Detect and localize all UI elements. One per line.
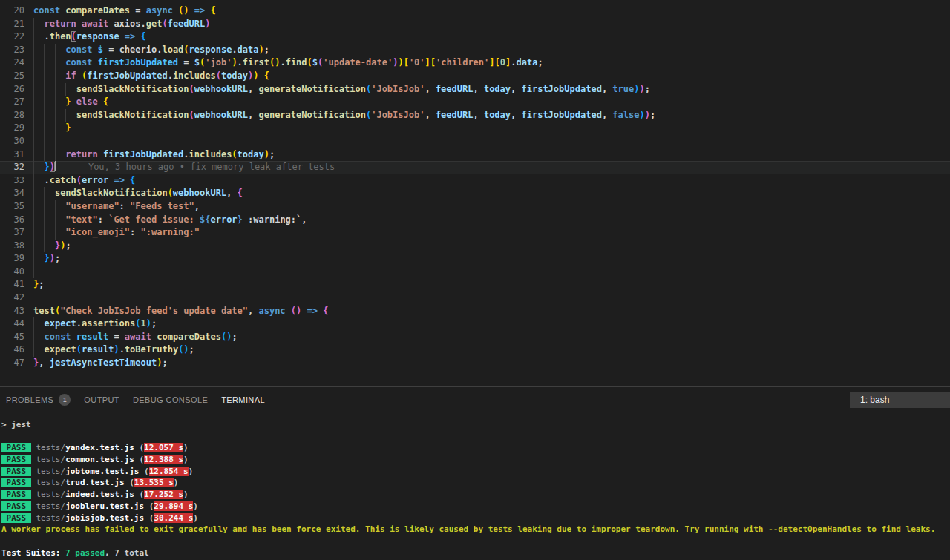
code-line[interactable]: 42 bbox=[0, 291, 950, 305]
code-line[interactable]: 43test("Check JobIsJob feed's update dat… bbox=[0, 305, 950, 318]
code-token: , bbox=[226, 188, 237, 198]
code-token: return bbox=[44, 19, 76, 29]
code-line[interactable]: 31 return firstJobUpdated.includes(today… bbox=[0, 148, 950, 162]
line-number[interactable]: 43 bbox=[0, 305, 24, 318]
code-line[interactable]: 41}; bbox=[0, 278, 950, 291]
code-token: $ bbox=[98, 45, 103, 55]
code-line[interactable]: 32 })You, 3 hours ago • fix memory leak … bbox=[0, 161, 950, 174]
code-line[interactable]: 26 sendSlackNotification(webhookURL, gen… bbox=[0, 83, 950, 96]
line-number[interactable]: 44 bbox=[0, 317, 24, 331]
line-number[interactable]: 39 bbox=[0, 252, 24, 266]
line-number[interactable]: 36 bbox=[0, 214, 24, 227]
code-line[interactable]: 36 "text": `Get feed issue: ${error} :wa… bbox=[0, 214, 950, 227]
code-token: :warning:` bbox=[243, 214, 301, 225]
code-token: { bbox=[210, 5, 215, 16]
line-number[interactable]: 34 bbox=[0, 187, 24, 200]
line-number[interactable]: 29 bbox=[0, 122, 24, 135]
line-number[interactable]: 40 bbox=[0, 266, 24, 279]
code-token bbox=[259, 70, 264, 81]
code-line[interactable]: 38 }); bbox=[0, 240, 950, 253]
tab-terminal[interactable]: TERMINAL bbox=[221, 387, 265, 412]
line-number[interactable]: 28 bbox=[0, 109, 24, 122]
code-token bbox=[33, 70, 65, 81]
code-line[interactable]: 37 "icon_emoji": ":warning:" bbox=[0, 226, 950, 240]
code-token: get bbox=[146, 19, 163, 29]
indent-guide bbox=[33, 331, 34, 344]
indent-guide bbox=[33, 240, 34, 253]
code-line[interactable]: 20const compareDates = async () => { bbox=[0, 4, 950, 18]
terminal-shell-selector[interactable]: 1: bash bbox=[850, 392, 950, 408]
code-line[interactable]: 46 expect(result).toBeTruthy(); bbox=[0, 343, 950, 357]
line-number[interactable]: 45 bbox=[0, 331, 24, 344]
code-line[interactable]: 33 .catch(error => { bbox=[0, 174, 950, 188]
code-line-content: } else { bbox=[33, 96, 950, 109]
code-token: , bbox=[248, 110, 258, 120]
tab-debug-console[interactable]: DEBUG CONSOLE bbox=[133, 387, 208, 412]
code-token: response bbox=[76, 31, 119, 42]
code-line[interactable]: 29 } bbox=[0, 122, 950, 135]
code-line-content: "text": `Get feed issue: ${error} :warni… bbox=[33, 214, 950, 227]
line-number[interactable]: 35 bbox=[0, 200, 24, 214]
code-line[interactable]: 22 .then(response => { bbox=[0, 30, 950, 44]
code-line[interactable]: 47}, jestAsyncTestTimeout); bbox=[0, 357, 950, 370]
line-number[interactable]: 25 bbox=[0, 70, 24, 83]
code-line[interactable]: 39 }); bbox=[0, 252, 950, 266]
terminal-output[interactable]: > jest PASS tests/yandex.test.js (12.057… bbox=[0, 413, 950, 560]
code-token: '0' bbox=[409, 57, 425, 67]
line-number[interactable]: 30 bbox=[0, 135, 24, 148]
line-number[interactable]: 47 bbox=[0, 357, 24, 370]
code-token: result bbox=[82, 344, 114, 355]
line-number[interactable]: 23 bbox=[0, 44, 24, 57]
code-token bbox=[33, 214, 65, 225]
pass-badge: PASS bbox=[1, 455, 31, 464]
code-line[interactable]: 21 return await axios.get(feedURL) bbox=[0, 18, 950, 31]
code-token: ) bbox=[264, 149, 269, 159]
tab-output[interactable]: OUTPUT bbox=[84, 387, 119, 412]
code-line[interactable]: 25 if (firstJobUpdated.includes(today)) … bbox=[0, 70, 950, 83]
code-line[interactable]: 23 const $ = cheerio.load(response.data)… bbox=[0, 44, 950, 57]
code-line[interactable]: 40 bbox=[0, 266, 950, 279]
code-line[interactable]: 28 sendSlackNotification(webhookURL, gen… bbox=[0, 109, 950, 122]
code-token bbox=[33, 162, 44, 172]
line-number[interactable]: 37 bbox=[0, 226, 24, 240]
code-line[interactable]: 45 const result = await compareDates(); bbox=[0, 331, 950, 344]
test-result-row: PASS tests/joobleru.test.js (29.894 s) bbox=[1, 501, 950, 513]
line-number[interactable]: 20 bbox=[0, 4, 24, 18]
indent-guide bbox=[55, 135, 56, 148]
code-line[interactable]: 27 } else { bbox=[0, 96, 950, 109]
line-number[interactable]: 22 bbox=[0, 30, 24, 44]
line-number[interactable]: 33 bbox=[0, 174, 24, 188]
line-number[interactable]: 38 bbox=[0, 240, 24, 253]
code-token bbox=[125, 175, 130, 185]
code-line[interactable]: 44 expect.assertions(1); bbox=[0, 317, 950, 331]
code-line[interactable]: 34 sendSlackNotification(webhookURL, { bbox=[0, 187, 950, 200]
line-number[interactable]: 26 bbox=[0, 83, 24, 96]
code-token: ":warning:" bbox=[141, 227, 200, 237]
test-dir: tests/ bbox=[36, 490, 65, 499]
code-line[interactable]: 35 "username": "Feeds test", bbox=[0, 200, 950, 214]
code-line[interactable]: 24 const firstJobUpdated = $('job').firs… bbox=[0, 56, 950, 70]
line-number[interactable]: 24 bbox=[0, 56, 24, 70]
test-result-row: PASS tests/common.test.js (12.388 s) bbox=[1, 454, 950, 466]
bottom-panel: PROBLEMS1OUTPUTDEBUG CONSOLETERMINAL 1: … bbox=[0, 386, 950, 560]
tab-problems[interactable]: PROBLEMS1 bbox=[6, 387, 71, 412]
line-number[interactable]: 32 bbox=[0, 161, 24, 174]
line-number[interactable]: 27 bbox=[0, 96, 24, 109]
test-result-row: PASS tests/trud.test.js (13.535 s) bbox=[1, 477, 950, 489]
code-token: [ bbox=[495, 57, 500, 67]
line-number[interactable]: 21 bbox=[0, 18, 24, 31]
line-number[interactable]: 42 bbox=[0, 291, 24, 305]
tab-label: TERMINAL bbox=[221, 395, 265, 404]
code-token: await bbox=[82, 19, 108, 29]
summary-total: , 7 total bbox=[105, 548, 149, 558]
code-token: () bbox=[221, 332, 232, 342]
code-line[interactable]: 30 bbox=[0, 135, 950, 148]
code-token: ) bbox=[50, 162, 55, 172]
code-token: firstJobUpdated bbox=[522, 84, 602, 94]
line-number[interactable]: 41 bbox=[0, 278, 24, 291]
code-token: ( bbox=[162, 19, 167, 29]
code-token: = cheerio. bbox=[103, 45, 162, 55]
line-number[interactable]: 31 bbox=[0, 148, 24, 162]
line-number[interactable]: 46 bbox=[0, 343, 24, 357]
code-editor[interactable]: 20const compareDates = async () => {21 r… bbox=[0, 0, 950, 386]
